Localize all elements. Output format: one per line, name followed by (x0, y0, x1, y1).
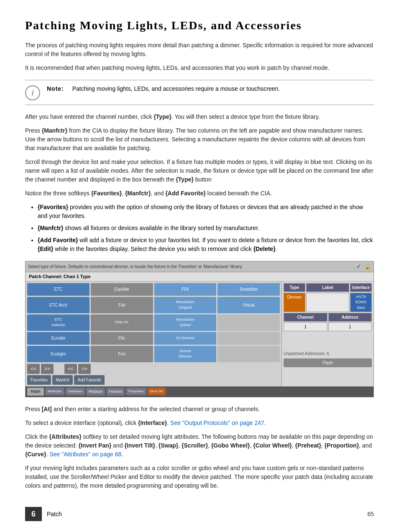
bullet-item-2: {Manfctr} shows all fixtures or devices … (38, 224, 374, 233)
label-header: Label (306, 283, 350, 292)
chapter-badge: 6 (25, 507, 42, 521)
page-footer: 6 Patch 65 (25, 507, 374, 521)
bullet-item-1: {Favorites} provides you with the option… (38, 203, 374, 220)
type-header: Type (284, 283, 305, 292)
paragraph-8: To select a device interface (optional),… (25, 419, 374, 427)
fixture-right-panel: Type Label Interface Dimmer sACN EDMX DM… (281, 281, 373, 386)
toolbar-patch-btn[interactable]: Patch (27, 388, 44, 396)
note-label: Note: (47, 85, 64, 92)
info-icon: i (25, 85, 40, 100)
device-empty-3 (217, 346, 280, 362)
toolbar-database-btn[interactable]: Database (66, 388, 85, 395)
nav-left-btn-1[interactable]: << (27, 364, 40, 374)
fixture-softkeys: Favorites Manfctr Add Favorite (27, 375, 280, 385)
checkmark-icon: ✓ (356, 262, 361, 271)
device-empty-2 (217, 332, 280, 345)
fixture-top-bar: Select type of fixture. Defaults to conv… (26, 261, 373, 272)
page-number: 65 (367, 510, 374, 519)
toolbar-fixtures-btn[interactable]: Fixtures (106, 388, 125, 396)
bottom-toolbar: Patch Attributes Database Replace Fixtur… (26, 386, 373, 397)
toolbar-more-sk-btn[interactable]: More SK (148, 388, 166, 395)
paragraph-4: Press {Manfctr} from the CIA to display … (25, 126, 374, 153)
fixture-library-ui: Select type of fixture. Defaults to conv… (25, 261, 374, 397)
unpatched-label: Unpatched Addresses: 6 (284, 350, 372, 357)
toolbar-properties-btn[interactable]: Properties (126, 388, 146, 395)
manufacturer-btn-etc[interactable]: ETC (27, 283, 90, 296)
paragraph-9: Click the {Attributes} softkey to set de… (25, 432, 374, 459)
paragraph-3: After you have entered the channel numbe… (25, 113, 374, 121)
manfctr-softkey[interactable]: Manfctr (52, 375, 73, 385)
manufacturer-btn-evolight[interactable]: Evolight (27, 346, 90, 362)
note-text: Patching moving lights, LEDs, and access… (72, 85, 280, 92)
address-value: 1 (328, 322, 372, 331)
favorites-softkey[interactable]: Favorites (27, 375, 51, 385)
bullet-list: {Favorites} provides you with the option… (38, 203, 374, 253)
device-btn-revolution-original[interactable]: RevolutionOriginal (154, 297, 217, 313)
note-box: i Note: Patching moving lights, LEDs, an… (25, 80, 374, 105)
patch-channel-bar: Patch Channel: Chan 1 Type (26, 272, 373, 281)
channel-header: Channel (284, 313, 327, 322)
device-btn-revolution-vydran[interactable]: RevolutionVydran (154, 315, 217, 331)
fixture-top-icons: ✓ 🔒 (356, 262, 371, 271)
interface-value: sACN EDMX DMX (350, 293, 372, 312)
device-btn-s4-dimmer[interactable]: S4 Dimmer (154, 332, 217, 345)
address-header: Address (328, 313, 372, 322)
nav-right-btn-1[interactable]: >> (41, 364, 54, 374)
manufacturer-btn-eurolite[interactable]: Eurolite (27, 332, 90, 345)
right-panel-values-row: Dimmer sACN EDMX DMX (284, 293, 372, 312)
device-btn-fox[interactable]: F0X (154, 283, 217, 296)
attributes-link[interactable]: See "Attributes" on page 68. (49, 451, 123, 458)
device-btn-fort[interactable]: Fort (91, 346, 153, 362)
footer-left: 6 Patch (25, 507, 62, 521)
device-btn-sensor-dimmer[interactable]: SensorDimmer (154, 346, 217, 362)
device-btn-fail[interactable]: Fail (91, 297, 153, 313)
paragraph-6: Notice the three softkeys {Favorites}, {… (25, 189, 374, 198)
manufacturer-btn-etc-arch[interactable]: ETC Arch (27, 297, 90, 313)
right-panel-addr-values: 1 1 (284, 322, 372, 331)
device-btn-fine-art[interactable]: Fine Art (91, 315, 153, 331)
toolbar-attributes-btn[interactable]: Attributes (45, 388, 64, 395)
page-title: Patching Moving Lights, LEDs, and Access… (25, 17, 374, 34)
device-btn-smartdlar[interactable]: Smartdlar (217, 283, 280, 296)
manufacturer-btn-etc-selector[interactable]: ETCSelector (27, 315, 90, 331)
output-protocols-link[interactable]: See "Output Protocols" on page 247. (170, 419, 266, 426)
device-btn-flix[interactable]: Flix (91, 332, 153, 345)
add-favorite-softkey[interactable]: Add Favorite (74, 375, 105, 385)
device-btn-virtual[interactable]: Virtual (217, 297, 280, 313)
nav-right-btn-2[interactable]: >> (78, 364, 91, 374)
paragraph-10: If your moving light includes parameters… (25, 464, 374, 490)
nav-left-btn-2[interactable]: << (64, 364, 77, 374)
fixture-left-panel: ETC Expolite F0X Smartdlar ETC Arch Fail… (26, 281, 281, 386)
device-btn-expolite[interactable]: Expolite (91, 283, 153, 296)
interface-header: Interface (350, 283, 372, 292)
lock-icon: 🔒 (364, 262, 371, 271)
paragraph-7: Press [At] and then enter a starting add… (25, 405, 374, 414)
toolbar-replace-btn[interactable]: Replace (86, 388, 105, 396)
paragraph-1: The process of patching moving lights re… (25, 41, 374, 59)
fixture-nav-row: << >> << >> (27, 364, 280, 374)
label-value[interactable] (306, 293, 350, 312)
right-panel-addr-row: Channel Address (284, 313, 372, 322)
footer-label: Patch (47, 510, 62, 519)
paragraph-5: Scroll through the device list and make … (25, 158, 374, 184)
channel-value: 1 (284, 322, 327, 331)
right-panel-header-row: Type Label Interface (284, 283, 372, 292)
paragraph-2: It is recommended that when patching mov… (25, 64, 374, 72)
fixture-top-bar-text: Select type of fixture. Defaults to conv… (28, 263, 243, 270)
device-empty-1 (217, 315, 280, 331)
flash-button[interactable]: Flash (284, 358, 372, 367)
note-content: Note: Patching moving lights, LEDs, and … (47, 84, 280, 93)
fixture-main: ETC Expolite F0X Smartdlar ETC Arch Fail… (26, 281, 373, 386)
type-value: Dimmer (284, 293, 305, 312)
fixture-grid: ETC Expolite F0X Smartdlar ETC Arch Fail… (27, 283, 280, 362)
bullet-item-3: {Add Favorite} will add a fixture or dev… (38, 236, 374, 253)
